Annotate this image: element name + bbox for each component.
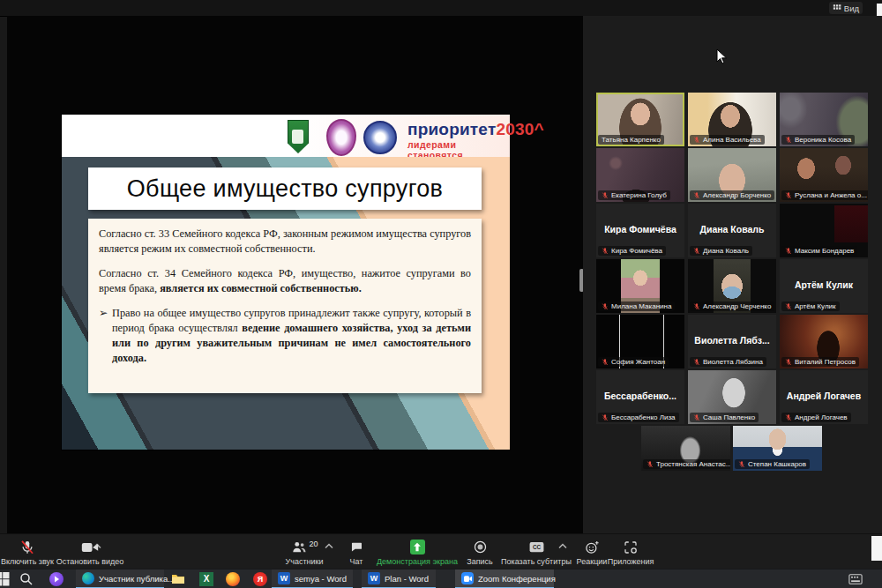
participant-name-label: Виолетта Лябзина [690, 357, 766, 367]
excel-icon[interactable]: X [199, 572, 213, 586]
participant-tile-violetta-lyabzina[interactable]: Виолетта Лябз... Виолетта Лябзина [688, 315, 776, 368]
participant-center-name: Бессарабенко... [596, 391, 684, 401]
participant-tile-alina-vasileva[interactable]: Алина Васильева [688, 93, 776, 146]
muted-mic-icon [602, 303, 609, 310]
muted-mic-icon [785, 192, 792, 199]
participant-center-name: Артём Кулик [780, 279, 868, 290]
participant-center-name: Кира Фомичёва [596, 224, 684, 234]
slide-paragraph-2: Согласно ст. 34 Семейного кодекса РФ, им… [99, 266, 471, 296]
taskbar-word-plan-window[interactable]: W Plan - Word [362, 569, 436, 588]
participant-tile-artyom-kulik[interactable]: Артём Кулик Артём Кулик [780, 259, 868, 313]
participant-name-label: Екатерина Голуб [598, 190, 670, 200]
participant-tile-trostyanskaya-anastasiya[interactable]: Тростянская Анастас... [641, 426, 730, 471]
taskbar-edge-window[interactable]: Участник публика... [76, 569, 164, 588]
muted-mic-icon [693, 359, 700, 366]
firefox-icon[interactable] [226, 572, 240, 586]
bullet-marker: ➢ [99, 306, 112, 366]
share-screen-icon [413, 542, 422, 552]
university-emblem-logo [326, 119, 356, 156]
participant-tile-ekaterina-golub[interactable]: Екатерина Голуб [596, 148, 684, 202]
muted-mic-icon [785, 137, 792, 144]
captions-options-chevron[interactable] [557, 542, 568, 550]
yandex-browser-icon[interactable]: Я [253, 572, 267, 586]
alisa-icon[interactable] [49, 572, 64, 586]
word-icon: W [368, 572, 380, 584]
participant-name-label: Андрей Логачев [781, 413, 851, 422]
participant-name-label: Диана Коваль [690, 246, 752, 256]
participant-tile-stepan-kashkarov[interactable]: Степан Кашкаров [733, 426, 822, 471]
participant-tile-andrey-logachev[interactable]: Андрей Логачев Андрей Логачев [780, 370, 868, 424]
view-grid-icon [833, 4, 841, 12]
participant-center-name: Диана Коваль [688, 224, 776, 234]
muted-mic-icon [693, 137, 700, 144]
slide-body: Общее имущество супругов Согласно ст. 33… [62, 157, 510, 450]
participant-name-label: Татьяна Карпенко [598, 135, 664, 145]
svg-text:CC: CC [532, 543, 541, 549]
participant-tile-aleksandr-borchenko[interactable]: Александр Борченко [688, 148, 776, 202]
participant-tile-aleksandr-cherchenko[interactable]: Александр Черченко [688, 259, 776, 313]
participant-tile-milana-makanina[interactable]: Милана Маканина [596, 259, 684, 313]
view-button-label: Вид [844, 4, 859, 13]
overlapping-window-edge-bottom [871, 536, 882, 561]
participant-tile-bessarabenko-liza[interactable]: Бессарабенко... Бессарабенко Лиза [596, 370, 684, 424]
file-explorer-icon[interactable] [171, 572, 185, 586]
participant-tile-tatyana-karpenko[interactable]: Татьяна Карпенко [596, 93, 684, 146]
participant-name-label: Руслана и Анжела о... [781, 190, 868, 200]
participant-name-label: Виталий Петросов [781, 357, 859, 367]
participant-name-label: Степан Кашкаров [735, 459, 810, 469]
camera-icon [81, 540, 99, 555]
muted-mic-icon [602, 359, 609, 366]
word-icon: W [278, 572, 290, 584]
search-icon[interactable] [19, 572, 34, 586]
windows-start-icon[interactable] [0, 572, 10, 586]
participant-tile-sofiya-zhantoan[interactable]: София Жантоан [596, 315, 684, 368]
reactions-icon [584, 540, 601, 555]
participant-tile-veronika-kosova[interactable]: Вероника Косова [780, 93, 868, 146]
window-title-bar: Вид [0, 0, 882, 17]
muted-mic-icon [785, 303, 792, 310]
participant-name-label: Артём Кулик [781, 301, 840, 311]
participant-tile-vitaliy-petrosov[interactable]: Виталий Петросов [780, 315, 868, 368]
participants-count: 20 [309, 540, 318, 548]
participant-name-label: Алина Васильева [690, 135, 765, 145]
participant-name-label: Кира Фомичёва [598, 246, 666, 256]
participant-tile-maksim-bondarev[interactable]: Максим Бондарев [780, 204, 868, 257]
muted-mic-icon [602, 414, 609, 421]
share-screen-button[interactable]: Демонстрация экрана [370, 539, 464, 566]
slide-paragraph-1: Согласно ст. 33 Семейного кодекса РФ, за… [99, 227, 471, 257]
slide-header-band: приоритет2030^ лидерами становятся [62, 115, 510, 157]
muted-mic-icon [738, 461, 745, 468]
participant-center-name: Виолетта Лябз... [688, 335, 776, 346]
participants-icon [290, 540, 308, 555]
view-button[interactable]: Вид [829, 2, 863, 14]
participant-name-label: Тростянская Анастас... [643, 459, 730, 469]
participant-tile-kira-fomichyova[interactable]: Кира Фомичёва Кира Фомичёва [596, 204, 684, 257]
participant-name-label: София Жантоан [598, 357, 669, 367]
participant-name-label: Саша Павленко [690, 413, 759, 422]
muted-mic-icon [785, 248, 792, 255]
apps-button[interactable]: Приложения [603, 539, 658, 566]
muted-mic-icon [693, 303, 700, 310]
muted-mic-icon [785, 359, 792, 366]
belgu-shield-logo [288, 120, 309, 153]
muted-mic-icon [19, 540, 35, 555]
participant-tile-sasha-pavlenko[interactable]: Саша Павленко [688, 370, 776, 424]
participant-name-label: Александр Борченко [690, 190, 774, 200]
touch-keyboard-icon[interactable] [848, 572, 863, 586]
muted-mic-icon [693, 414, 700, 421]
slide-content-box: Согласно ст. 33 Семейного кодекса РФ, за… [88, 219, 482, 393]
participants-options-chevron[interactable] [324, 542, 334, 550]
taskbar-zoom-window[interactable]: Zoom Конференция [455, 569, 554, 588]
muted-mic-icon [785, 414, 792, 421]
round-academy-emblem-logo [363, 121, 397, 154]
taskbar-word-semya-window[interactable]: W semya - Word [272, 569, 353, 588]
windows-taskbar: Участник публика... X Я W semya - Word W… [0, 569, 882, 588]
participant-tile-diana-koval[interactable]: Диана Коваль Диана Коваль [688, 204, 776, 257]
participant-tile-ruslana-i-anzhela[interactable]: Руслана и Анжела о... [780, 148, 868, 202]
stop-video-button[interactable]: Остановить видео [46, 539, 134, 566]
zoom-meeting-window: Вид приоритет2030^ лидерами становятся О… [0, 0, 882, 588]
priority-2030-logo: приоритет2030^ лидерами становятся [407, 121, 506, 160]
cc-icon: CC [528, 540, 545, 555]
participant-name-label: Максим Бондарев [781, 246, 857, 256]
participant-center-name: Андрей Логачев [780, 391, 868, 401]
